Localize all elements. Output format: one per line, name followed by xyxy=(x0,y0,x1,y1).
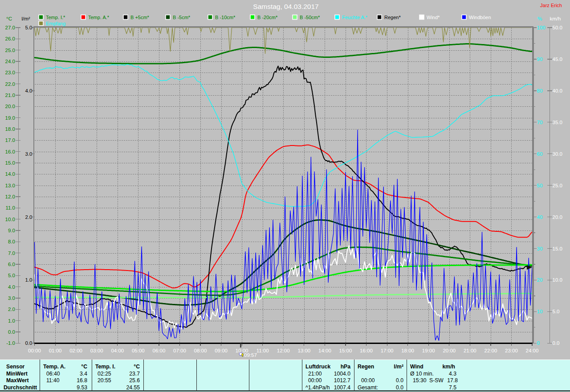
svg-text:26.0: 26.0 xyxy=(5,36,15,41)
svg-text:-1.0: -1.0 xyxy=(6,340,15,346)
svg-text:1007.4: 1007.4 xyxy=(334,384,350,391)
svg-text:°C: °C xyxy=(134,364,140,370)
svg-text:12.0: 12.0 xyxy=(5,194,15,199)
svg-text:B -20cm*: B -20cm* xyxy=(257,15,278,20)
svg-text:Windböen: Windböen xyxy=(469,15,491,20)
svg-text:Temp. A.*: Temp. A.* xyxy=(88,15,110,20)
svg-text:14.0: 14.0 xyxy=(5,171,15,177)
svg-text:B +5cm*: B +5cm* xyxy=(130,15,150,20)
svg-text:70: 70 xyxy=(537,120,543,125)
svg-text:30.0: 30.0 xyxy=(553,151,562,157)
svg-text:2.0: 2.0 xyxy=(8,307,15,312)
svg-text:B -50cm*: B -50cm* xyxy=(300,15,320,20)
svg-text:9.0: 9.0 xyxy=(8,228,15,233)
svg-text:16:00: 16:00 xyxy=(360,348,373,353)
svg-text:Wind: Wind xyxy=(410,364,423,370)
svg-text:07:00: 07:00 xyxy=(173,348,186,353)
svg-text:10.0: 10.0 xyxy=(5,217,15,222)
svg-text:0.0: 0.0 xyxy=(396,377,403,384)
svg-text:15:00: 15:00 xyxy=(339,348,352,353)
svg-text:17.8: 17.8 xyxy=(447,377,458,384)
svg-text:23.0: 23.0 xyxy=(5,70,15,75)
svg-text:S-SW: S-SW xyxy=(429,377,444,384)
svg-text:35.0: 35.0 xyxy=(553,120,562,125)
svg-text:13:00: 13:00 xyxy=(297,348,310,353)
svg-text:50.0: 50.0 xyxy=(553,25,562,30)
svg-text:1.0: 1.0 xyxy=(25,277,33,283)
svg-text:1012.7: 1012.7 xyxy=(334,377,350,384)
svg-text:0.0: 0.0 xyxy=(396,384,403,391)
svg-text:1.0: 1.0 xyxy=(8,318,15,323)
svg-text:09:00: 09:00 xyxy=(215,348,228,353)
svg-text:21:00: 21:00 xyxy=(464,348,476,353)
svg-text:25.0: 25.0 xyxy=(553,183,562,188)
svg-text:3.4: 3.4 xyxy=(80,371,87,377)
svg-text:60: 60 xyxy=(537,151,543,157)
svg-text:23.7: 23.7 xyxy=(129,371,140,377)
svg-text:Empfang: Empfang xyxy=(46,21,65,26)
svg-text:24:00: 24:00 xyxy=(526,348,539,353)
svg-text:90: 90 xyxy=(537,57,543,62)
svg-text:09:57: 09:57 xyxy=(244,352,257,358)
svg-text:9.53: 9.53 xyxy=(77,384,87,391)
svg-text:80: 80 xyxy=(537,88,543,93)
svg-text:4.3: 4.3 xyxy=(449,371,456,377)
svg-text:20.0: 20.0 xyxy=(553,214,562,220)
svg-text:100: 100 xyxy=(537,25,546,30)
svg-text:7.0: 7.0 xyxy=(8,251,15,256)
svg-text:4.0: 4.0 xyxy=(8,284,15,290)
svg-text:Durchschnitt: Durchschnitt xyxy=(4,384,37,391)
svg-text:01:00: 01:00 xyxy=(49,348,62,353)
svg-text:5.0: 5.0 xyxy=(25,25,33,30)
svg-text:11.0: 11.0 xyxy=(5,205,15,210)
svg-text:05:00: 05:00 xyxy=(132,348,145,353)
svg-text:Temp. I.*: Temp. I.* xyxy=(46,15,65,20)
svg-text:25.6: 25.6 xyxy=(129,377,140,384)
svg-text:Luftdruck: Luftdruck xyxy=(305,364,330,370)
svg-text:17:00: 17:00 xyxy=(381,348,394,353)
svg-text:19.0: 19.0 xyxy=(5,115,15,121)
svg-text:08:00: 08:00 xyxy=(194,348,207,353)
svg-text:5.0: 5.0 xyxy=(553,309,560,314)
svg-text:5.0: 5.0 xyxy=(8,273,15,278)
svg-text:1004.0: 1004.0 xyxy=(334,371,350,377)
svg-text:16.8: 16.8 xyxy=(77,377,87,384)
svg-text:14:00: 14:00 xyxy=(318,348,331,353)
svg-text:Wind*: Wind* xyxy=(427,15,440,20)
svg-text:19:00: 19:00 xyxy=(422,348,435,353)
svg-text:0.0: 0.0 xyxy=(553,340,560,346)
svg-text:18.0: 18.0 xyxy=(5,126,15,132)
svg-text:0.0: 0.0 xyxy=(25,340,33,346)
svg-text:Ø 10 min.: Ø 10 min. xyxy=(410,371,434,377)
svg-text:10.0: 10.0 xyxy=(553,277,562,283)
svg-text:B -5cm*: B -5cm* xyxy=(173,15,191,20)
svg-text:24.0: 24.0 xyxy=(5,59,15,64)
svg-text:45.0: 45.0 xyxy=(553,57,562,62)
svg-text:22.0: 22.0 xyxy=(5,81,15,87)
svg-text:Regen: Regen xyxy=(358,364,374,370)
svg-text:3.0: 3.0 xyxy=(25,151,33,157)
svg-text:20:00: 20:00 xyxy=(443,348,456,353)
svg-text:02:25: 02:25 xyxy=(98,371,111,377)
svg-text:7.5: 7.5 xyxy=(449,384,456,391)
svg-text:Jarz Erich: Jarz Erich xyxy=(540,3,562,8)
svg-text:27.0: 27.0 xyxy=(5,25,15,30)
svg-text:0.0: 0.0 xyxy=(8,329,15,335)
svg-text:00:00: 00:00 xyxy=(308,377,322,384)
svg-text:06:00: 06:00 xyxy=(153,348,166,353)
svg-text:18:00: 18:00 xyxy=(401,348,414,353)
svg-text:20.0: 20.0 xyxy=(5,104,15,109)
svg-text:l/m²: l/m² xyxy=(394,364,403,370)
svg-text:6.0: 6.0 xyxy=(8,262,15,267)
svg-text:MinWert: MinWert xyxy=(6,371,28,377)
svg-text:Temp. I.: Temp. I. xyxy=(95,364,115,370)
svg-text:12:00: 12:00 xyxy=(277,348,290,353)
svg-text:Feuchte A.*: Feuchte A.* xyxy=(342,15,368,20)
svg-text:16.0: 16.0 xyxy=(5,149,15,154)
svg-text:l/m²: l/m² xyxy=(21,16,30,21)
svg-text:Gesamt:: Gesamt: xyxy=(358,384,378,391)
svg-text:13.0: 13.0 xyxy=(5,183,15,188)
svg-text:Sensor: Sensor xyxy=(6,364,25,370)
svg-text:20: 20 xyxy=(537,277,543,283)
svg-text:8.0: 8.0 xyxy=(8,239,15,244)
